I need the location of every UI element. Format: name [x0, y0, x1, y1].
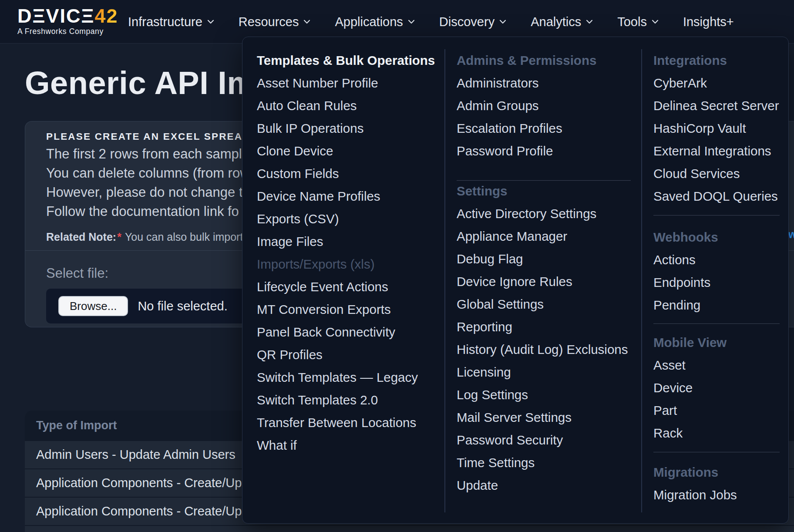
device42-logo[interactable]: DΞVICΞ42 A Freshworks Company — [17, 6, 118, 36]
menu-section-divider — [653, 215, 780, 215]
nav-item-label: Analytics — [531, 15, 581, 29]
menu-item-switch-templates-legacy[interactable]: Switch Templates — Legacy — [257, 366, 435, 389]
nav-item-discovery[interactable]: Discovery — [439, 15, 506, 29]
menu-item-reporting[interactable]: Reporting — [457, 316, 628, 338]
menu-item-migration-jobs[interactable]: Migration Jobs — [653, 484, 737, 506]
menu-column-2-section-settings: SettingsActive Directory SettingsApplian… — [457, 180, 628, 497]
menu-item-appliance-manager[interactable]: Appliance Manager — [457, 225, 628, 248]
menu-item-hashicorp-vault[interactable]: HashiCorp Vault — [653, 117, 779, 140]
menu-item-custom-fields[interactable]: Custom Fields — [257, 162, 435, 185]
menu-column-3-section-migrations: MigrationsMigration Jobs — [653, 461, 737, 506]
menu-item-administrators[interactable]: Administrators — [457, 72, 596, 94]
menu-item-imports-exports-xls: Imports/Exports (xls) — [257, 253, 435, 276]
menu-item-lifecycle-event-actions[interactable]: Lifecycle Event Actions — [257, 276, 435, 298]
nav-item-label: Tools — [617, 15, 647, 29]
menu-item-part[interactable]: Part — [653, 399, 727, 422]
nav-item-applications[interactable]: Applications — [335, 15, 414, 29]
menu-item-licensing[interactable]: Licensing — [457, 361, 628, 384]
menu-item-clone-device[interactable]: Clone Device — [257, 140, 435, 162]
nav-item-resources[interactable]: Resources — [239, 15, 311, 29]
menu-item-global-settings[interactable]: Global Settings — [457, 293, 628, 316]
nav-item-insights+[interactable]: Insights+ — [683, 15, 734, 29]
menu-item-admin-groups[interactable]: Admin Groups — [457, 94, 596, 117]
nav-item-label: Infrastructure — [128, 15, 202, 29]
menu-item-debug-flag[interactable]: Debug Flag — [457, 248, 628, 270]
table-cell-text: Application Components - Create/Update A — [36, 476, 278, 490]
menu-section-header-webhooks: Webhooks — [653, 226, 718, 249]
menu-item-cyberark[interactable]: CyberArk — [653, 72, 779, 94]
related-note-link-fragment[interactable]: w — [788, 228, 794, 241]
nav-item-label: Resources — [239, 15, 299, 29]
menu-item-bulk-ip-operations[interactable]: Bulk IP Operations — [257, 117, 435, 140]
menu-item-device-ignore-rules[interactable]: Device Ignore Rules — [457, 270, 628, 293]
menu-item-what-if[interactable]: What if — [257, 434, 435, 457]
menu-section-header-admins-permissions: Admins & Permissions — [457, 49, 596, 72]
page-title: Generic API Im — [25, 64, 256, 101]
menu-item-device-name-profiles[interactable]: Device Name Profiles — [257, 185, 435, 208]
instructions-lines: The first 2 rows from each samplYou can … — [46, 145, 250, 221]
chevron-down-icon — [499, 20, 506, 24]
chevron-down-icon — [586, 20, 593, 24]
instruction-line: You can delete columns (from row — [46, 164, 250, 183]
menu-item-asset-number-profile[interactable]: Asset Number Profile — [257, 72, 435, 94]
menu-item-external-integrations[interactable]: External Integrations — [653, 140, 779, 162]
menu-item-device[interactable]: Device — [653, 377, 727, 399]
chevron-down-icon — [652, 20, 659, 24]
menu-column-1-section-templates-bulk-operations: Templates & Bulk OperationsAsset Number … — [257, 49, 435, 457]
menu-item-update[interactable]: Update — [457, 474, 628, 497]
menu-item-password-security[interactable]: Password Security — [457, 429, 628, 451]
menu-column-3-section-integrations: IntegrationsCyberArkDelinea Secret Serve… — [653, 49, 779, 208]
menu-item-mail-server-settings[interactable]: Mail Server Settings — [457, 406, 628, 429]
logo-wordmark: DΞVICΞ42 — [17, 6, 118, 27]
instruction-line: Follow the documentation link fo — [46, 202, 250, 221]
menu-section-divider — [457, 180, 631, 181]
menu-section-divider — [653, 452, 780, 452]
required-asterisk: * — [117, 231, 121, 243]
nav-item-infrastructure[interactable]: Infrastructure — [128, 15, 214, 29]
menu-item-time-settings[interactable]: Time Settings — [457, 451, 628, 474]
nav-item-label: Insights+ — [683, 15, 734, 29]
menu-column-2-section-admins-permissions: Admins & PermissionsAdministratorsAdmin … — [457, 49, 596, 162]
menu-item-history-audit-log-exclusions[interactable]: History (Audit Log) Exclusions — [457, 338, 628, 361]
table-cell-text: Application Components - Create/Update A — [36, 504, 278, 518]
menu-column-divider — [641, 49, 642, 512]
tools-dropdown-menu: Templates & Bulk OperationsAsset Number … — [242, 37, 789, 524]
chevron-down-icon — [303, 20, 310, 24]
menu-item-panel-back-connectivity[interactable]: Panel Back Connectivity — [257, 321, 435, 343]
menu-item-switch-templates-2-0[interactable]: Switch Templates 2.0 — [257, 389, 435, 411]
related-note: Related Note:*You can also bulk import y… — [46, 231, 264, 243]
menu-item-asset[interactable]: Asset — [653, 354, 727, 377]
menu-item-actions[interactable]: Actions — [653, 249, 718, 271]
table-row-partial — [25, 525, 794, 532]
menu-item-qr-profiles[interactable]: QR Profiles — [257, 343, 435, 366]
menu-item-delinea-secret-server[interactable]: Delinea Secret Server — [653, 94, 779, 117]
nav-item-analytics[interactable]: Analytics — [531, 15, 593, 29]
menu-section-header-settings: Settings — [457, 180, 628, 202]
menu-item-pending[interactable]: Pending — [653, 294, 718, 317]
menu-item-active-directory-settings[interactable]: Active Directory Settings — [457, 202, 628, 225]
menu-item-exports-csv[interactable]: Exports (CSV) — [257, 208, 435, 230]
nav-item-label: Discovery — [439, 15, 495, 29]
menu-item-transfer-between-locations[interactable]: Transfer Between Locations — [257, 411, 435, 434]
menu-item-mt-conversion-exports[interactable]: MT Conversion Exports — [257, 298, 435, 321]
related-note-label: Related Note: — [46, 231, 116, 243]
instruction-line: The first 2 rows from each sampl — [46, 145, 250, 164]
table-cell-text: Admin Users - Update Admin Users — [36, 448, 236, 461]
menu-item-saved-doql-queries[interactable]: Saved DOQL Queries — [653, 185, 779, 208]
nav-item-tools[interactable]: Tools — [617, 15, 659, 29]
menu-item-endpoints[interactable]: Endpoints — [653, 271, 718, 294]
menu-item-cloud-services[interactable]: Cloud Services — [653, 162, 779, 185]
browse-button[interactable]: Browse... — [58, 296, 128, 316]
menu-item-log-settings[interactable]: Log Settings — [457, 384, 628, 406]
menu-item-image-files[interactable]: Image Files — [257, 230, 435, 253]
menu-column-divider — [444, 49, 445, 512]
menu-item-escalation-profiles[interactable]: Escalation Profiles — [457, 117, 596, 140]
menu-section-divider — [653, 323, 780, 324]
menu-item-auto-clean-rules[interactable]: Auto Clean Rules — [257, 94, 435, 117]
nav-item-label: Applications — [335, 15, 403, 29]
menu-column-3-section-webhooks: WebhooksActionsEndpointsPending — [653, 226, 718, 317]
menu-item-rack[interactable]: Rack — [653, 422, 727, 444]
menu-item-password-profile[interactable]: Password Profile — [457, 140, 596, 162]
chevron-down-icon — [408, 20, 415, 24]
menu-section-header-mobile-view: Mobile View — [653, 331, 727, 354]
